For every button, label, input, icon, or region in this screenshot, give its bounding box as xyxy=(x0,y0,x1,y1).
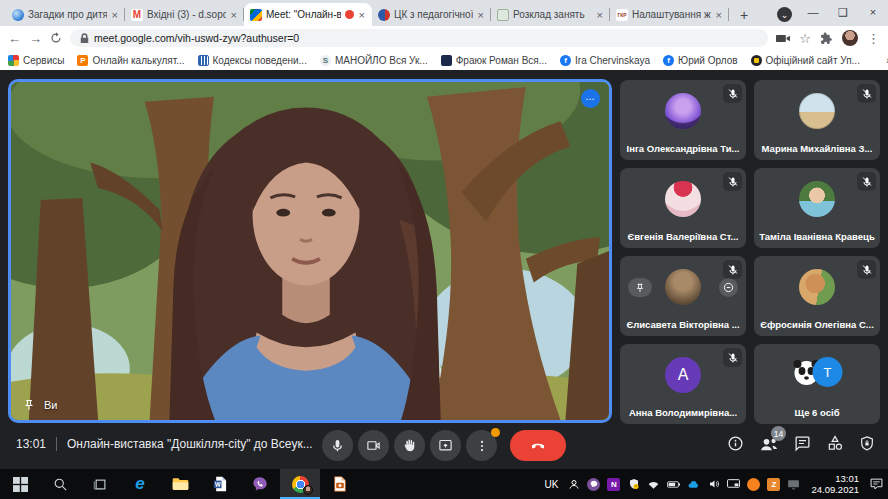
tab-ck[interactable]: ЦК з педагогічної осв × xyxy=(372,3,491,26)
mic-muted-icon xyxy=(723,260,742,279)
bookmark-services[interactable]: Сервисы xyxy=(8,55,64,66)
tray-monitor-icon[interactable] xyxy=(787,478,800,491)
tab-strip: Загадки про дитячий × M Вхідні (3) - d.s… xyxy=(0,0,888,26)
camera-in-use-icon[interactable] xyxy=(776,33,790,44)
raise-hand-button[interactable] xyxy=(394,430,425,461)
tab-close-icon[interactable]: × xyxy=(477,9,485,21)
tray-onedrive-icon[interactable] xyxy=(687,478,700,491)
tab-title: Meet: "Онлайн-ви xyxy=(266,9,341,20)
participant-tile[interactable]: Єфросинія Олегівна С... xyxy=(754,256,880,336)
remove-participant-button[interactable] xyxy=(719,278,738,297)
bookmark-codex[interactable]: Кодексы поведени... xyxy=(198,55,307,66)
avatar xyxy=(799,269,835,305)
bookmark-frayuk[interactable]: Фраюк Роман Вся... xyxy=(441,55,547,66)
taskbar-clock[interactable]: 13:01 24.09.2021 xyxy=(811,473,859,496)
file-explorer-icon[interactable] xyxy=(160,469,200,499)
start-button[interactable] xyxy=(0,469,40,499)
bookmark-star-icon[interactable]: ☆ xyxy=(799,32,811,45)
tray-battery-icon[interactable] xyxy=(667,478,680,491)
building-icon xyxy=(198,55,209,66)
extensions-icon[interactable] xyxy=(820,32,833,45)
bookmark-calculator[interactable]: PОнлайн калькулят... xyxy=(77,55,184,66)
tab-title: ЦК з педагогічної осв xyxy=(394,9,473,20)
activities-button[interactable] xyxy=(826,435,844,452)
reload-icon[interactable] xyxy=(50,32,62,44)
close-window-button[interactable]: × xyxy=(858,0,888,22)
avatar xyxy=(665,93,701,129)
chat-button[interactable] xyxy=(794,435,811,452)
taskbar-search-icon[interactable] xyxy=(40,469,80,499)
camera-button[interactable] xyxy=(358,430,389,461)
tray-wifi-icon[interactable] xyxy=(647,478,660,491)
impress-document-icon[interactable] xyxy=(320,469,360,499)
meeting-details-button[interactable] xyxy=(727,435,744,452)
tab-close-icon[interactable]: × xyxy=(715,9,723,21)
divider xyxy=(56,437,57,451)
video-options-button[interactable]: ⋯ xyxy=(581,89,600,108)
tab-close-icon[interactable]: × xyxy=(230,9,238,21)
mic-button[interactable] xyxy=(322,430,353,461)
tray-update-icon[interactable] xyxy=(747,478,760,491)
tab-rozklad[interactable]: Розклад занять × xyxy=(491,3,610,26)
site-favicon xyxy=(497,9,509,21)
participant-tile[interactable]: Марина Михайлівна З... xyxy=(754,80,880,160)
task-view-icon[interactable] xyxy=(80,469,120,499)
tray-volume-icon[interactable] xyxy=(707,478,720,491)
more-options-button[interactable] xyxy=(466,430,497,461)
gmail-icon: M xyxy=(131,9,143,21)
tray-viber-icon[interactable] xyxy=(587,478,600,491)
address-bar: ← → meet.google.com/vih-uswd-zyw?authuse… xyxy=(0,26,888,50)
new-tab-button[interactable]: + xyxy=(733,4,755,26)
facebook-icon: f xyxy=(663,55,674,66)
tray-defender-icon[interactable] xyxy=(627,478,640,491)
participants-button[interactable]: 14 xyxy=(759,435,779,452)
maximize-button[interactable]: ❑ xyxy=(828,0,858,22)
tray-display-icon[interactable] xyxy=(727,478,740,491)
browser-menu-icon[interactable]: ⋮ xyxy=(867,32,880,45)
tab-gmail[interactable]: M Вхідні (3) - d.sopova@ × xyxy=(125,3,244,26)
end-call-button[interactable] xyxy=(510,430,566,461)
tab-close-icon[interactable]: × xyxy=(596,9,604,21)
host-controls-button[interactable] xyxy=(859,435,875,452)
main-video-tile[interactable]: ⋯ Ви xyxy=(8,79,612,423)
action-center-icon[interactable] xyxy=(870,478,883,491)
bookmark-official-site[interactable]: Офіційний сайт Уп... xyxy=(751,55,860,66)
forward-icon[interactable]: → xyxy=(29,32,42,45)
bookmark-facebook-1[interactable]: fIra Chervinskaya xyxy=(560,55,650,66)
participants-count-badge: 14 xyxy=(771,426,786,441)
tab-title: Налаштування журна xyxy=(632,9,711,20)
bookmark-manoylo[interactable]: SМАНОЙЛО Вся Ук... xyxy=(320,55,428,66)
participant-tile[interactable]: Таміла Іванівна Кравець xyxy=(754,168,880,248)
overflow-participants-tile[interactable]: Т Ще 6 осіб xyxy=(754,344,880,424)
language-indicator[interactable]: UK xyxy=(545,479,559,490)
avatar xyxy=(799,93,835,129)
present-screen-button[interactable] xyxy=(430,430,461,461)
tab-journal[interactable]: ГКР Налаштування журна × xyxy=(610,3,729,26)
participant-tile[interactable]: Євгенія Валеріївна Ст... xyxy=(620,168,746,248)
profile-avatar[interactable] xyxy=(842,30,858,46)
tab-close-icon[interactable]: × xyxy=(358,9,366,21)
tab-meet-active[interactable]: Meet: "Онлайн-ви × xyxy=(244,3,372,26)
mic-muted-icon xyxy=(857,172,876,191)
participant-tile[interactable]: Єлисавета Вікторівна ... xyxy=(620,256,746,336)
tray-onenote-icon[interactable]: N xyxy=(607,478,620,491)
url-field[interactable]: meet.google.com/vih-uswd-zyw?authuser=0 xyxy=(70,29,768,47)
minimize-button[interactable]: — xyxy=(798,0,828,22)
bookmark-facebook-2[interactable]: fЮрий Орлов xyxy=(663,55,737,66)
participant-tile[interactable]: Інга Олександрівна Ти... xyxy=(620,80,746,160)
tab-zagadky[interactable]: Загадки про дитячий × xyxy=(6,3,125,26)
tab-search-button[interactable]: ⌄ xyxy=(777,7,792,22)
edge-icon[interactable]: e xyxy=(120,469,160,499)
tray-z-app-icon[interactable]: Z xyxy=(767,478,780,491)
tab-close-icon[interactable]: × xyxy=(111,9,119,21)
back-icon[interactable]: ← xyxy=(8,32,21,45)
pin-icon xyxy=(23,399,35,411)
viber-icon[interactable] xyxy=(240,469,280,499)
participant-tile[interactable]: А Анна Володимирівна... xyxy=(620,344,746,424)
pin-participant-button[interactable] xyxy=(628,278,652,297)
gkr-favicon: ГКР xyxy=(616,9,628,21)
chrome-taskbar-icon[interactable] xyxy=(280,469,320,499)
word-document-icon[interactable] xyxy=(200,469,240,499)
tray-people-icon[interactable] xyxy=(567,478,580,491)
shield-site-icon xyxy=(751,55,762,66)
